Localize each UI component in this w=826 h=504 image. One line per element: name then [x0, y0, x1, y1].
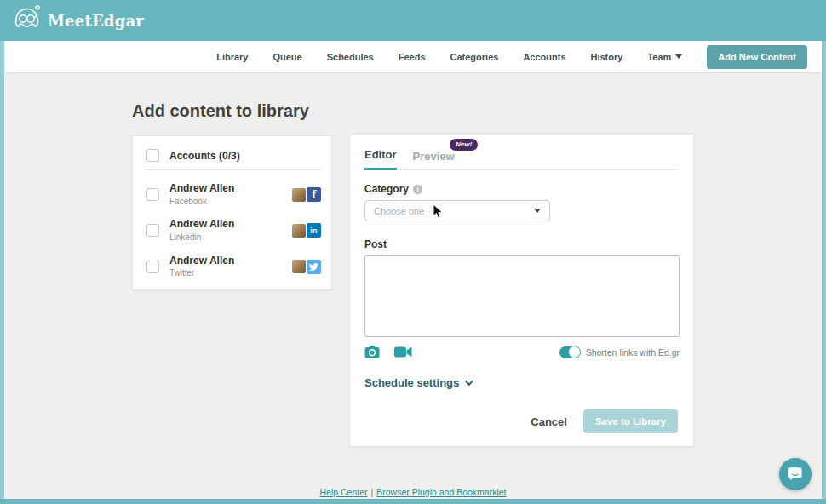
camera-icon — [364, 346, 380, 358]
category-dropdown[interactable]: Choose one — [364, 200, 550, 221]
tab-preview[interactable]: Preview — [413, 150, 455, 169]
schedule-settings-toggle[interactable]: Schedule settings — [364, 376, 471, 389]
brand-logo[interactable]: MeetEdgar — [11, 3, 144, 37]
account-media — [292, 260, 321, 274]
editor-tabs: Editor Preview New! — [364, 148, 678, 170]
main-navbar: Library Queue Schedules Feeds Categories… — [0, 41, 826, 73]
select-all-accounts-checkbox[interactable] — [146, 149, 159, 162]
chat-bubble-icon — [787, 466, 804, 483]
account-texts: Andrew Allen Twitter — [169, 255, 234, 278]
post-textarea[interactable] — [364, 255, 680, 337]
account-name: Andrew Allen — [169, 219, 234, 231]
account-network: Facebook — [169, 197, 234, 207]
account-row-linkedin: Andrew Allen Linkedin in — [146, 219, 321, 242]
account-media: in — [292, 223, 321, 238]
page-footer: Help Center|Browser Plugin and Bookmarkl… — [0, 487, 826, 497]
video-camera-icon — [394, 346, 412, 358]
category-label-row: Category i — [364, 183, 678, 195]
chevron-down-icon — [675, 54, 682, 59]
new-badge: New! — [450, 139, 478, 151]
account-checkbox-twitter[interactable] — [146, 261, 159, 273]
avatar — [292, 188, 306, 202]
twitter-icon — [307, 260, 321, 274]
account-row-twitter: Andrew Allen Twitter — [146, 255, 321, 278]
add-new-content-button[interactable]: Add New Content — [707, 45, 807, 69]
account-row-facebook: Andrew Allen Facebook f — [146, 183, 321, 206]
account-name: Andrew Allen — [169, 183, 234, 195]
facebook-icon: f — [307, 187, 321, 202]
account-texts: Andrew Allen Facebook — [169, 183, 234, 206]
account-checkbox-linkedin[interactable] — [146, 224, 159, 237]
chat-launcher-button[interactable] — [779, 458, 812, 490]
shorten-links-toggle[interactable] — [559, 346, 580, 358]
shorten-links-label: Shorten links with Ed.gr — [586, 347, 680, 358]
browser-plugin-link[interactable]: Browser Plugin and Bookmarklet — [376, 487, 506, 497]
info-icon[interactable]: i — [413, 185, 422, 194]
page-edge-right — [822, 41, 826, 504]
page-edge-left — [0, 41, 4, 504]
octopus-logo-icon — [11, 3, 42, 37]
help-center-link[interactable]: Help Center — [319, 487, 367, 497]
post-label: Post — [364, 238, 387, 250]
category-dropdown-value: Choose one — [374, 206, 534, 216]
add-photo-button[interactable] — [364, 346, 380, 358]
editor-actions: Cancel Save to Library — [531, 410, 678, 433]
page-title: Add content to library — [132, 101, 309, 121]
account-network: Twitter — [169, 268, 234, 278]
nav-categories[interactable]: Categories — [445, 49, 504, 66]
add-video-button[interactable] — [394, 346, 412, 358]
footer-separator: | — [370, 487, 373, 497]
cancel-button[interactable]: Cancel — [531, 415, 567, 428]
avatar — [292, 260, 306, 273]
account-network: Linkedin — [169, 232, 234, 243]
avatar — [292, 224, 306, 238]
nav-queue[interactable]: Queue — [267, 49, 307, 66]
accounts-count-label: Accounts (0/3) — [169, 150, 240, 162]
accounts-panel: Accounts (0/3) Andrew Allen Facebook f A… — [132, 135, 332, 290]
tab-editor[interactable]: Editor — [364, 148, 397, 170]
post-label-row: Post — [364, 238, 678, 250]
account-media: f — [292, 187, 321, 202]
app-header: MeetEdgar — [0, 0, 826, 41]
brand-name: MeetEdgar — [48, 12, 144, 30]
nav-accounts[interactable]: Accounts — [518, 49, 571, 66]
schedule-settings-label: Schedule settings — [364, 376, 459, 389]
account-name: Andrew Allen — [169, 255, 234, 267]
media-row: Shorten links with Ed.gr — [364, 346, 680, 358]
account-texts: Andrew Allen Linkedin — [169, 219, 234, 242]
category-label: Category — [364, 183, 409, 195]
chevron-down-icon — [534, 209, 541, 213]
chevron-down-icon — [465, 377, 473, 386]
account-checkbox-facebook[interactable] — [146, 188, 159, 201]
nav-team-label: Team — [647, 52, 671, 62]
toggle-knob — [568, 346, 581, 358]
editor-panel: Editor Preview New! Category i Choose on… — [349, 134, 694, 447]
nav-team-menu[interactable]: Team — [642, 49, 687, 66]
nav-library[interactable]: Library — [211, 49, 253, 66]
accounts-header-row: Accounts (0/3) — [146, 149, 321, 170]
nav-schedules[interactable]: Schedules — [322, 49, 379, 66]
page-edge-bottom — [0, 499, 826, 504]
nav-feeds[interactable]: Feeds — [393, 49, 431, 66]
save-to-library-button[interactable]: Save to Library — [583, 410, 678, 433]
linkedin-icon: in — [307, 223, 321, 238]
nav-history[interactable]: History — [586, 49, 628, 66]
